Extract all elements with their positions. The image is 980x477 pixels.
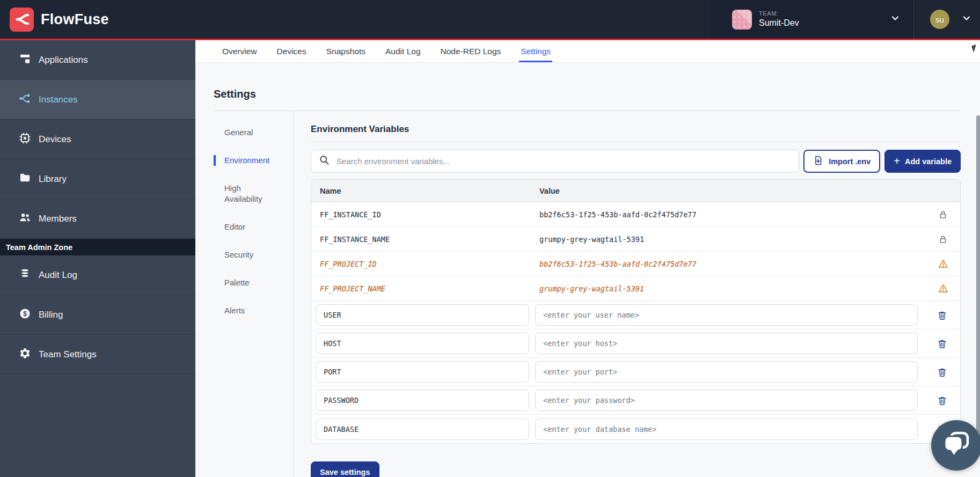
subnav-item-environment[interactable]: Environment: [214, 155, 294, 166]
save-settings-button[interactable]: Save settings: [311, 461, 379, 477]
sidebar-item-applications[interactable]: Applications: [0, 40, 195, 80]
table-row: [311, 386, 960, 415]
lock-icon: [938, 210, 948, 219]
team-admin-zone-label: Team Admin Zone: [0, 239, 195, 255]
sidebar-item-members[interactable]: Members: [0, 199, 195, 239]
env-name-input[interactable]: [316, 304, 529, 326]
sidebar-item-label: Members: [39, 214, 77, 224]
instances-icon: [19, 92, 31, 107]
environment-section: Environment Variables: [294, 111, 961, 477]
sidebar-item-team-settings[interactable]: Team Settings: [0, 335, 195, 375]
search-input[interactable]: [335, 156, 791, 166]
user-avatar: su: [930, 10, 949, 29]
table-row: [311, 358, 960, 386]
search-icon: [319, 155, 330, 168]
env-name: FF_INSTANCE_NAME: [320, 235, 539, 244]
database-icon: [19, 268, 31, 283]
tab-overview[interactable]: Overview: [221, 40, 259, 62]
env-value-input[interactable]: [535, 361, 918, 383]
tab-audit-log[interactable]: Audit Log: [384, 40, 422, 62]
add-variable-button[interactable]: + Add variable: [884, 150, 961, 173]
sidebar-item-audit-log[interactable]: Audit Log: [0, 255, 195, 295]
subnav-item-alerts[interactable]: Alerts: [214, 305, 294, 316]
tab-settings[interactable]: Settings: [519, 40, 552, 62]
team-label: TEAM:: [759, 10, 799, 18]
env-name-input[interactable]: [316, 390, 529, 411]
env-value-input[interactable]: [535, 333, 918, 354]
sidebar-item-devices[interactable]: Devices: [0, 120, 195, 159]
svg-text:$: $: [23, 310, 27, 317]
chevron-down-icon: [890, 13, 901, 26]
table-row: [311, 329, 960, 358]
column-header-value: Value: [539, 187, 926, 195]
chevron-down-icon: [961, 13, 972, 26]
sidebar-item-label: Library: [39, 174, 67, 185]
sidebar-item-instances[interactable]: Instances: [0, 80, 195, 120]
settings-content: Settings General Environment High Availa…: [195, 63, 980, 477]
chat-bubbles-icon: [942, 430, 970, 460]
sidebar-item-billing[interactable]: $ Billing: [0, 295, 195, 335]
top-header: FlowFuse TEAM: Sumit-Dev su: [0, 0, 980, 40]
team-name: Sumit-Dev: [759, 18, 799, 28]
env-name-input[interactable]: [316, 333, 529, 354]
page-title: Settings: [214, 88, 961, 100]
settings-subnav: General Environment High Availability Ed…: [214, 111, 294, 477]
instance-tabbar: Overview Devices Snapshots Audit Log Nod…: [195, 40, 980, 63]
main-area: Overview Devices Snapshots Audit Log Nod…: [195, 40, 980, 477]
warning-icon: [938, 283, 948, 293]
table-row: [311, 301, 960, 329]
users-icon: [19, 211, 31, 226]
env-value-input[interactable]: [535, 390, 918, 411]
table-header: Name Value: [311, 180, 960, 202]
env-value-input[interactable]: [535, 419, 918, 440]
env-name: FF_PROJECT_NAME: [320, 284, 539, 293]
section-title: Environment Variables: [311, 124, 961, 135]
sidebar-item-label: Applications: [39, 55, 88, 65]
import-file-icon: [813, 155, 824, 167]
table-row: [311, 415, 960, 443]
sidebar-item-label: Audit Log: [39, 270, 77, 281]
brand-logo[interactable]: FlowFuse: [0, 0, 109, 39]
flowfuse-logo-icon: [10, 8, 34, 32]
env-name-input[interactable]: [316, 419, 529, 440]
subnav-item-general[interactable]: General: [214, 127, 294, 138]
user-menu[interactable]: su: [913, 0, 980, 39]
section-divider: [311, 142, 961, 142]
env-value: grumpy-grey-wagtail-5391: [539, 235, 926, 244]
tab-snapshots[interactable]: Snapshots: [325, 40, 367, 62]
delete-variable-button[interactable]: [935, 308, 949, 322]
plus-icon: +: [894, 156, 900, 166]
env-name: FF_INSTANCE_ID: [320, 210, 539, 219]
subnav-item-high-availability[interactable]: High Availability: [214, 183, 294, 204]
column-header-name: Name: [320, 187, 539, 195]
sidebar-item-label: Billing: [39, 310, 63, 320]
env-value: bb2f6c53-1f25-453b-aafd-0c2f475d7e77: [539, 260, 926, 268]
subnav-item-security[interactable]: Security: [214, 249, 294, 260]
team-selector[interactable]: TEAM: Sumit-Dev: [711, 0, 913, 39]
dollar-icon: $: [19, 307, 31, 322]
import-env-button[interactable]: Import .env: [803, 150, 880, 173]
folder-icon: [19, 172, 31, 187]
delete-variable-button[interactable]: [935, 336, 949, 351]
env-value: bb2f6c53-1f25-453b-aafd-0c2f475d7e77: [539, 210, 926, 219]
scrollbar-thumb[interactable]: [976, 115, 980, 448]
table-row: FF_INSTANCE_ID bb2f6c53-1f25-453b-aafd-0…: [311, 202, 960, 227]
chat-widget-button[interactable]: [931, 420, 980, 471]
env-name-input[interactable]: [316, 361, 529, 383]
sidebar-item-library[interactable]: Library: [0, 159, 195, 199]
table-row: FF_PROJECT_ID bb2f6c53-1f25-453b-aafd-0c…: [311, 252, 960, 276]
sidebar-item-label: Instances: [39, 94, 78, 105]
table-row: FF_PROJECT_NAME grumpy-grey-wagtail-5391: [311, 276, 960, 301]
subnav-item-editor[interactable]: Editor: [214, 222, 294, 232]
env-value-input[interactable]: [535, 304, 918, 326]
delete-variable-button[interactable]: [935, 393, 949, 408]
env-value: grumpy-grey-wagtail-5391: [539, 284, 926, 293]
table-row: FF_INSTANCE_NAME grumpy-grey-wagtail-539…: [311, 227, 960, 252]
tab-node-red-logs[interactable]: Node-RED Logs: [439, 40, 503, 62]
tab-devices[interactable]: Devices: [275, 40, 308, 62]
search-box: [311, 150, 799, 173]
delete-variable-button[interactable]: [935, 365, 949, 379]
warning-icon: [938, 259, 948, 269]
applications-icon: [19, 53, 31, 68]
subnav-item-palette[interactable]: Palette: [214, 277, 294, 288]
